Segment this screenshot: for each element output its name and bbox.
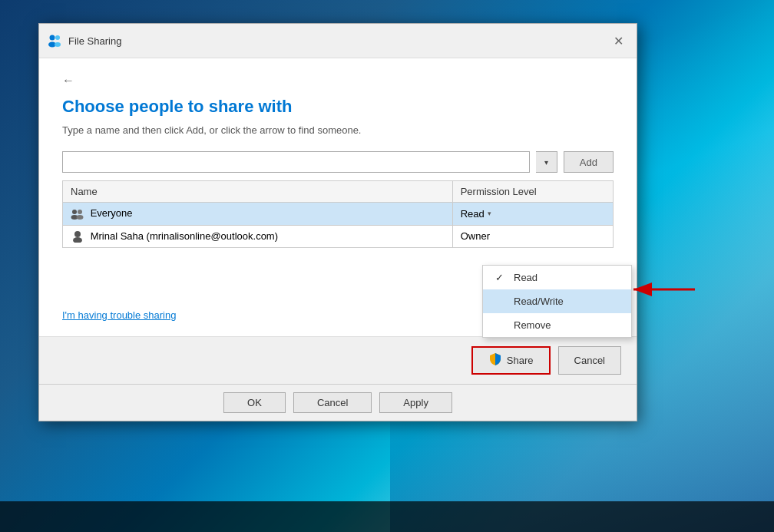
permission-value: Read: [461, 208, 485, 220]
back-arrow-icon: ←: [62, 74, 74, 88]
col-header-name: Name: [63, 181, 453, 203]
taskbar: [0, 501, 774, 532]
dialog-titlebar: File Sharing ✕: [39, 24, 637, 58]
apply-button[interactable]: Apply: [379, 392, 452, 413]
table-cell-permission: Read ▾: [452, 203, 613, 226]
table-cell-name: Everyone: [63, 203, 453, 226]
shield-icon: [488, 352, 502, 368]
menu-item-read[interactable]: ✓ Read: [483, 266, 631, 289]
permission-arrow-icon: ▾: [488, 210, 491, 217]
table-cell-name: Mrinal Saha (mrinalisonline@outlook.com): [63, 225, 453, 248]
name-input[interactable]: [62, 151, 530, 173]
menu-item-readwrite-label: Read/Write: [514, 296, 564, 307]
checkmark-icon: ✓: [495, 272, 508, 283]
svg-point-9: [73, 237, 82, 243]
dialog-icon: [47, 33, 62, 48]
ok-button[interactable]: OK: [223, 392, 286, 413]
dialog-footer: OK Cancel Apply: [39, 384, 637, 421]
share-button[interactable]: Share: [471, 346, 551, 375]
close-button[interactable]: ✕: [607, 30, 629, 51]
svg-point-6: [78, 210, 82, 214]
file-sharing-dialog: File Sharing ✕ ← Choose people to share …: [38, 23, 637, 421]
share-table: Name Permission Level: [62, 180, 614, 248]
menu-item-read-label: Read: [514, 272, 538, 283]
back-button[interactable]: ←: [62, 74, 74, 88]
share-button-label: Share: [507, 355, 534, 366]
add-button[interactable]: Add: [564, 151, 614, 173]
table-cell-permission: Owner: [452, 225, 613, 248]
titlebar-left: File Sharing: [47, 33, 121, 48]
input-row: ▾ Add: [62, 151, 614, 173]
svg-point-8: [74, 231, 81, 237]
trouble-link[interactable]: I'm having trouble sharing: [62, 309, 176, 321]
owner-permission: Owner: [461, 230, 490, 242]
svg-point-7: [77, 215, 84, 220]
everyone-name: Everyone: [91, 207, 133, 219]
chevron-down-icon: ▾: [544, 158, 548, 167]
table-row: Mrinal Saha (mrinalisonline@outlook.com)…: [63, 225, 614, 248]
menu-item-readwrite[interactable]: Read/Write: [483, 289, 631, 313]
menu-item-remove-label: Remove: [514, 319, 551, 331]
permission-dropdown[interactable]: Read ▾: [461, 208, 605, 220]
svg-point-2: [55, 35, 60, 40]
menu-item-remove[interactable]: Remove: [483, 313, 631, 337]
table-row: Everyone Read ▾: [63, 203, 614, 226]
svg-point-4: [72, 210, 77, 214]
svg-point-0: [50, 35, 55, 41]
dialog-heading: Choose people to share with: [62, 97, 614, 117]
dialog-title: File Sharing: [68, 35, 121, 47]
svg-point-3: [55, 42, 61, 47]
group-icon: [71, 207, 91, 219]
col-header-permission: Permission Level: [452, 181, 613, 203]
cancel-button-footer[interactable]: Cancel: [293, 392, 372, 413]
cancel-button-main[interactable]: Cancel: [558, 346, 621, 375]
dialog-action-bar: Share Cancel: [39, 336, 637, 384]
input-dropdown-arrow[interactable]: ▾: [536, 151, 557, 173]
dialog-subtitle: Type a name and then click Add, or click…: [62, 124, 614, 136]
annotation-arrow: [630, 278, 699, 301]
mrinal-name: Mrinal Saha (mrinalisonline@outlook.com): [91, 230, 278, 242]
permission-context-menu: ✓ Read Read/Write Remove: [482, 265, 632, 338]
